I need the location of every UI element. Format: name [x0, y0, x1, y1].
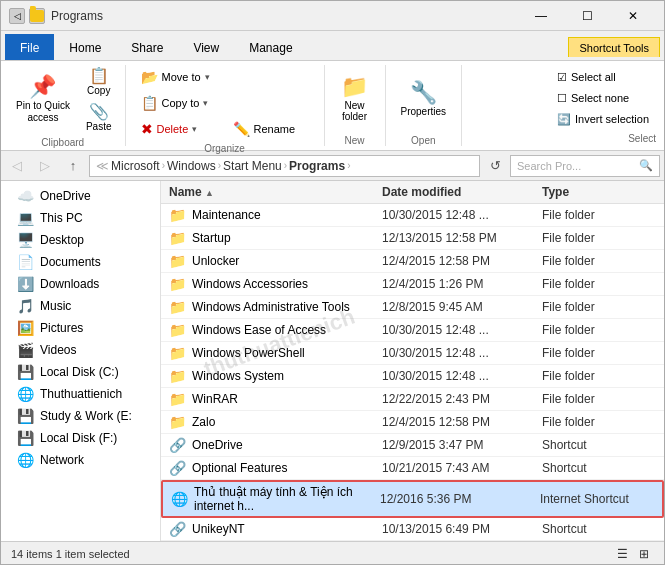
tab-shortcut-tools[interactable]: Shortcut Tools — [568, 37, 660, 57]
file-icon-10: 🔗 — [169, 437, 186, 453]
new-content: 📁 New folder — [333, 65, 377, 133]
minimize-button[interactable]: — — [518, 1, 564, 31]
file-type-0: File folder — [534, 205, 664, 225]
file-row-3[interactable]: 📁 Windows Accessories 12/4/2015 1:26 PM … — [161, 273, 664, 296]
sidebar-item-7[interactable]: 🎬Videos — [1, 339, 160, 361]
file-row-6[interactable]: 📁 Windows PowerShell 10/30/2015 12:48 ..… — [161, 342, 664, 365]
sidebar-item-2[interactable]: 🖥️Desktop — [1, 229, 160, 251]
sidebar-item-0[interactable]: ☁️OneDrive — [1, 185, 160, 207]
back-button[interactable]: ◁ — [5, 154, 29, 178]
title-bar-folder-icon[interactable] — [29, 8, 45, 24]
sidebar-item-10[interactable]: 💾Study & Work (E: — [1, 405, 160, 427]
sidebar-item-6[interactable]: 🖼️Pictures — [1, 317, 160, 339]
path-start-menu[interactable]: Start Menu — [223, 159, 282, 173]
sidebar-label-6: Pictures — [40, 321, 83, 335]
copy-to-button[interactable]: 📋 Copy to ▾ — [134, 91, 316, 115]
file-row-9[interactable]: 📁 Zalo 12/4/2015 12:58 PM File folder — [161, 411, 664, 434]
path-windows[interactable]: Windows — [167, 159, 216, 173]
address-path[interactable]: ≪ Microsoft › Windows › Start Menu › Pro… — [89, 155, 480, 177]
file-row-5[interactable]: 📁 Windows Ease of Access 10/30/2015 12:4… — [161, 319, 664, 342]
file-row-0[interactable]: 📁 Maintenance 10/30/2015 12:48 ... File … — [161, 204, 664, 227]
select-none-button[interactable]: ☐ Select none — [550, 89, 656, 108]
file-type-6: File folder — [534, 343, 664, 363]
refresh-button[interactable]: ↺ — [484, 155, 506, 177]
sidebar-label-5: Music — [40, 299, 71, 313]
file-icon-1: 📁 — [169, 230, 186, 246]
forward-button[interactable]: ▷ — [33, 154, 57, 178]
copy-to-icon: 📋 — [141, 95, 158, 111]
file-row-11[interactable]: 🔗 Optional Features 10/21/2015 7:43 AM S… — [161, 457, 664, 480]
sidebar-item-5[interactable]: 🎵Music — [1, 295, 160, 317]
search-icon[interactable]: 🔍 — [639, 159, 653, 172]
file-row-13[interactable]: 🔗 UnikeyNT 10/13/2015 6:49 PM Shortcut — [161, 518, 664, 541]
quick-access-icon[interactable]: ◁ — [9, 8, 25, 24]
file-label-0: Maintenance — [192, 208, 261, 222]
tiles-view-button[interactable]: ⊞ — [634, 545, 654, 563]
paste-button[interactable]: 📎 Paste — [81, 101, 117, 135]
col-name-header[interactable]: Name ▲ — [161, 181, 374, 203]
new-folder-icon: 📁 — [341, 76, 368, 98]
path-programs[interactable]: Programs — [289, 159, 345, 173]
select-all-button[interactable]: ☑ Select all — [550, 68, 656, 87]
path-microsoft[interactable]: Microsoft — [111, 159, 160, 173]
move-icon: 📂 — [141, 69, 158, 85]
col-name-label: Name — [169, 185, 202, 199]
properties-button[interactable]: 🔧 Properties — [394, 77, 454, 122]
search-box[interactable]: Search Pro... 🔍 — [510, 155, 660, 177]
title-bar-controls: — ☐ ✕ — [518, 1, 656, 31]
pin-to-quick-access-button[interactable]: 📌 Pin to Quick access — [9, 71, 77, 129]
sidebar-icon-11: 💾 — [17, 430, 34, 446]
tab-home[interactable]: Home — [54, 34, 116, 60]
file-name-8: 📁 WinRAR — [161, 388, 374, 410]
up-button[interactable]: ↑ — [61, 154, 85, 178]
tab-file[interactable]: File — [5, 34, 54, 60]
invert-selection-button[interactable]: 🔄 Invert selection — [550, 110, 656, 129]
rename-button[interactable]: ✏️ Rename — [226, 117, 316, 141]
sidebar-item-8[interactable]: 💾Local Disk (C:) — [1, 361, 160, 383]
copy-button[interactable]: 📋 Copy — [81, 65, 117, 99]
sidebar-item-1[interactable]: 💻This PC — [1, 207, 160, 229]
sidebar-item-11[interactable]: 💾Local Disk (F:) — [1, 427, 160, 449]
open-content: 🔧 Properties — [394, 65, 454, 133]
file-type-8: File folder — [534, 389, 664, 409]
sidebar-label-10: Study & Work (E: — [40, 409, 132, 423]
view-buttons: ☰ ⊞ — [612, 545, 654, 563]
file-row-4[interactable]: 📁 Windows Administrative Tools 12/8/2015… — [161, 296, 664, 319]
select-label: Select — [628, 133, 656, 144]
maximize-button[interactable]: ☐ — [564, 1, 610, 31]
move-to-button[interactable]: 📂 Move to ▾ — [134, 65, 316, 89]
sidebar-icon-8: 💾 — [17, 364, 34, 380]
sidebar-item-3[interactable]: 📄Documents — [1, 251, 160, 273]
col-date-header[interactable]: Date modified — [374, 181, 534, 203]
rename-icon: ✏️ — [233, 121, 250, 137]
file-row-1[interactable]: 📁 Startup 12/13/2015 12:58 PM File folde… — [161, 227, 664, 250]
file-row-8[interactable]: 📁 WinRAR 12/22/2015 2:43 PM File folder — [161, 388, 664, 411]
close-button[interactable]: ✕ — [610, 1, 656, 31]
sidebar-item-4[interactable]: ⬇️Downloads — [1, 273, 160, 295]
clipboard-label: Clipboard — [41, 137, 84, 148]
file-list-header: Name ▲ Date modified Type — [161, 181, 664, 204]
sidebar-icon-3: 📄 — [17, 254, 34, 270]
sidebar-icon-5: 🎵 — [17, 298, 34, 314]
file-row-12[interactable]: 🌐 Thủ thuật máy tính & Tiện ích internet… — [161, 480, 664, 518]
file-row-10[interactable]: 🔗 OneDrive 12/9/2015 3:47 PM Shortcut — [161, 434, 664, 457]
sidebar-label-12: Network — [40, 453, 84, 467]
file-row-2[interactable]: 📁 Unlocker 12/4/2015 12:58 PM File folde… — [161, 250, 664, 273]
delete-button[interactable]: ✖ Delete ▾ — [134, 117, 224, 141]
sidebar-icon-9: 🌐 — [17, 386, 34, 402]
tab-manage[interactable]: Manage — [234, 34, 307, 60]
details-view-button[interactable]: ☰ — [612, 545, 632, 563]
new-folder-button[interactable]: 📁 New folder — [333, 71, 377, 127]
tab-view[interactable]: View — [178, 34, 234, 60]
file-date-10: 12/9/2015 3:47 PM — [374, 435, 534, 455]
sidebar-item-9[interactable]: 🌐Thuthuattienich — [1, 383, 160, 405]
organize-col: 📂 Move to ▾ 📋 Copy to ▾ ✖ Delete ▾ — [134, 65, 316, 141]
file-row-7[interactable]: 📁 Windows System 10/30/2015 12:48 ... Fi… — [161, 365, 664, 388]
sidebar-item-12[interactable]: 🌐Network — [1, 449, 160, 471]
file-date-13: 10/13/2015 6:49 PM — [374, 519, 534, 539]
sidebar-icon-2: 🖥️ — [17, 232, 34, 248]
tab-share[interactable]: Share — [116, 34, 178, 60]
file-name-12: 🌐 Thủ thuật máy tính & Tiện ích internet… — [163, 482, 372, 516]
col-type-header[interactable]: Type — [534, 181, 664, 203]
status-left: 14 items 1 item selected — [11, 548, 130, 560]
